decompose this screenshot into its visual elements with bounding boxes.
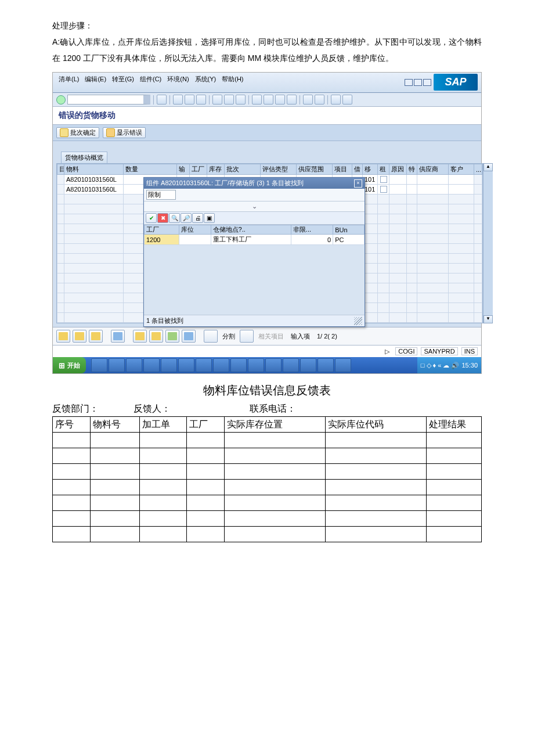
popup-row[interactable]: 1200 重工下料工厂 0 PC [145, 235, 365, 245]
popup-col-uom[interactable]: BUn [333, 225, 365, 235]
filter-input[interactable] [146, 190, 176, 200]
scroll-up-icon[interactable]: ▲ [484, 163, 493, 171]
col-plant[interactable]: 工厂 [190, 164, 207, 175]
tray[interactable]: □ ◇ ♦ « ☁ 🔊 15:30 [417, 357, 481, 373]
checkbox[interactable] [380, 186, 387, 193]
taskbar-app[interactable] [109, 358, 125, 372]
popup-print-icon[interactable]: 🖨 [192, 213, 203, 223]
exit-icon[interactable] [185, 95, 194, 105]
popup-col-desc[interactable]: 仓储地点?.. [211, 225, 291, 235]
min-icon[interactable] [405, 79, 413, 86]
menu-help[interactable]: 帮助(H) [222, 75, 243, 84]
popup-col-unres[interactable]: 非限... [291, 225, 333, 235]
back-icon[interactable] [173, 95, 183, 105]
popup-find-icon[interactable]: 🔍 [169, 213, 180, 223]
col-cfg[interactable]: ... [474, 164, 482, 175]
col-group[interactable]: 租 [378, 164, 389, 175]
col-valtype[interactable]: 评估类型 [261, 164, 297, 175]
popup-find-next-icon[interactable]: 🔎 [181, 213, 192, 223]
btn-7[interactable] [165, 330, 179, 343]
taskbar-app[interactable] [161, 358, 177, 372]
col-reason[interactable]: 原因 [389, 164, 407, 175]
btn-3[interactable] [89, 330, 103, 343]
col-supply[interactable]: 供应范围 [297, 164, 333, 175]
customize-icon[interactable] [342, 95, 352, 105]
start-button[interactable]: ⊞开始 [53, 357, 86, 373]
scroll-down-icon[interactable]: ▼ [484, 315, 493, 323]
menu-edit[interactable]: 编辑(E) [85, 75, 106, 84]
btn-2[interactable] [73, 330, 86, 343]
taskbar-app[interactable] [300, 358, 316, 372]
menu-components[interactable]: 组件(C) [140, 75, 161, 84]
btn-9[interactable] [204, 330, 218, 343]
taskbar-app[interactable] [178, 358, 194, 372]
col-item[interactable]: 项目 [333, 164, 352, 175]
split-button-label[interactable]: 分割 [220, 332, 237, 341]
fb-row [53, 433, 482, 448]
show-error-button[interactable]: 显示错误 [103, 127, 146, 138]
close-window-icon[interactable] [423, 79, 431, 86]
col-vendor[interactable]: 供应商 [417, 164, 449, 175]
find-icon[interactable] [224, 95, 234, 105]
checkbox[interactable] [380, 176, 387, 183]
col-select[interactable]: 目 [57, 164, 64, 175]
storage-popup[interactable]: 组件 A820101031560L: 工厂/存储场所 (3) 1 条目被找到× … [143, 177, 365, 327]
cancel-icon[interactable] [196, 95, 206, 105]
menubar[interactable]: 清单(L) 编辑(E) 转至(G) 组件(C) 环境(N) 系统(Y) 帮助(H… [53, 73, 244, 84]
print-icon[interactable] [212, 95, 222, 105]
menu-sys[interactable]: 系统(Y) [195, 75, 217, 84]
next-page-icon[interactable] [275, 95, 285, 105]
btn-8[interactable] [182, 330, 196, 343]
col-material[interactable]: 物料 [64, 164, 124, 175]
first-page-icon[interactable] [252, 95, 262, 105]
resize-grip-icon[interactable] [354, 317, 362, 325]
col-batch[interactable]: 批次 [225, 164, 261, 175]
enter-icon[interactable] [56, 95, 66, 105]
btn-4[interactable] [111, 330, 125, 343]
col-unit[interactable]: 输 [177, 164, 190, 175]
restore-icon[interactable] [414, 79, 422, 86]
popup-cancel-icon[interactable]: ✖ [157, 213, 168, 223]
taskbar-app[interactable] [248, 358, 264, 372]
save-icon[interactable] [157, 95, 167, 105]
btn-6[interactable] [149, 330, 163, 343]
new-session-icon[interactable] [303, 95, 313, 105]
taskbar-app[interactable] [230, 358, 247, 372]
pager: 1/ 2( 2) [315, 333, 340, 340]
taskbar-app[interactable] [126, 358, 142, 372]
batch-confirm-button[interactable]: 批次确定 [56, 127, 99, 138]
col-mov[interactable]: 移 [363, 164, 378, 175]
menu-env[interactable]: 环境(N) [167, 75, 189, 84]
col-qty[interactable]: 数量 [124, 164, 177, 175]
taskbar-app[interactable] [265, 358, 282, 372]
popup-col-stor[interactable]: 库位 [179, 225, 211, 235]
btn-1[interactable] [56, 330, 70, 343]
shortcut-icon[interactable] [315, 95, 324, 105]
taskbar-app[interactable] [283, 358, 299, 372]
btn-10[interactable] [240, 330, 254, 343]
menu-goto[interactable]: 转至(G) [112, 75, 134, 84]
popup-ok-icon[interactable]: ✔ [146, 213, 157, 223]
popup-col-plant[interactable]: 工厂 [145, 225, 179, 235]
menu-list[interactable]: 清单(L) [59, 75, 79, 84]
status-sys: SANYPRD [421, 347, 457, 355]
taskbar-app[interactable] [213, 358, 229, 372]
taskbar-app[interactable] [317, 358, 334, 372]
col-cust[interactable]: 客户 [449, 164, 474, 175]
prev-page-icon[interactable] [264, 95, 273, 105]
col-sp[interactable]: 特 [407, 164, 417, 175]
taskbar-app[interactable] [196, 358, 212, 372]
find-next-icon[interactable] [236, 95, 246, 105]
taskbar-app[interactable] [143, 358, 160, 372]
last-page-icon[interactable] [287, 95, 297, 105]
taskbar-app[interactable] [91, 358, 107, 372]
popup-export-icon[interactable]: ▣ [204, 213, 215, 223]
command-input[interactable] [67, 95, 150, 105]
vertical-scrollbar[interactable]: ▲ ▼ [483, 163, 493, 323]
btn-5[interactable] [133, 330, 147, 343]
close-icon[interactable]: × [354, 179, 362, 188]
taskbar-app[interactable] [335, 358, 351, 372]
col-deb[interactable]: 借 [352, 164, 363, 175]
help-icon[interactable] [331, 95, 341, 105]
col-stor[interactable]: 库存 [207, 164, 225, 175]
